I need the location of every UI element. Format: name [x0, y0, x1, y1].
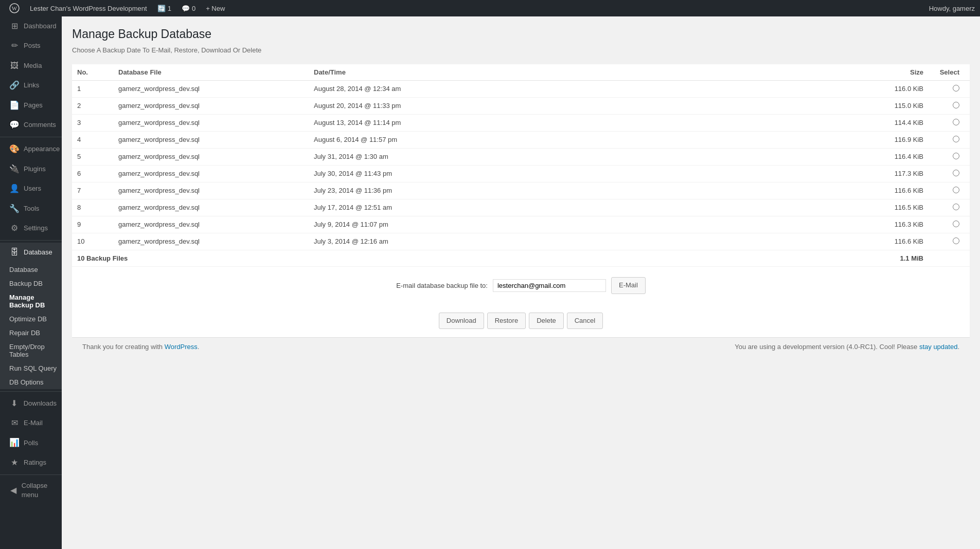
- submenu-item-database[interactable]: Database: [0, 263, 62, 277]
- row-file: gamerz_wordpress_dev.sql: [113, 148, 309, 165]
- sidebar-item-database[interactable]: 🗄 Database: [0, 243, 62, 262]
- row-select[interactable]: [929, 148, 970, 165]
- row-file: gamerz_wordpress_dev.sql: [113, 131, 309, 148]
- select-radio[interactable]: [953, 85, 959, 92]
- restore-button[interactable]: Restore: [487, 313, 526, 330]
- cancel-button[interactable]: Cancel: [567, 313, 603, 330]
- links-icon: 🔗: [9, 80, 20, 91]
- users-icon: 👤: [9, 183, 20, 194]
- row-size: 115.0 KiB: [846, 97, 929, 114]
- table-row: 4 gamerz_wordpress_dev.sql August 6, 201…: [72, 131, 970, 148]
- email-label: E-mail database backup file to:: [396, 282, 488, 289]
- adminbar-site-name[interactable]: Lester Chan's WordPress Development: [26, 0, 151, 16]
- row-no: 8: [72, 199, 113, 216]
- row-datetime: July 3, 2014 @ 12:16 am: [309, 233, 846, 250]
- database-submenu: Database Backup DB Manage Backup DB Opti…: [0, 263, 62, 389]
- select-radio[interactable]: [953, 153, 959, 159]
- submenu-item-repair-db[interactable]: Repair DB: [0, 326, 62, 340]
- adminbar-wp-logo[interactable]: W: [5, 0, 24, 16]
- email-button[interactable]: E-Mail: [611, 277, 646, 294]
- select-radio[interactable]: [953, 170, 959, 176]
- row-file: gamerz_wordpress_dev.sql: [113, 216, 309, 233]
- admin-menu: ⊞ Dashboard ✏ Posts 🖼 Media 🔗 Links 📄 Pa…: [0, 16, 62, 549]
- select-radio[interactable]: [953, 221, 959, 227]
- delete-button[interactable]: Delete: [529, 313, 564, 330]
- sidebar-item-downloads[interactable]: ⬇ Downloads: [0, 394, 62, 413]
- sidebar-item-pages[interactable]: 📄 Pages: [0, 96, 62, 115]
- sidebar-item-posts[interactable]: ✏ Posts: [0, 36, 62, 56]
- col-header-no: No.: [72, 64, 113, 81]
- sidebar-item-collapse[interactable]: ◀ Collapse menu: [0, 477, 62, 504]
- row-file: gamerz_wordpress_dev.sql: [113, 182, 309, 199]
- adminbar-comments[interactable]: 💬 0: [177, 0, 200, 16]
- sidebar-item-dashboard[interactable]: ⊞ Dashboard: [0, 16, 62, 36]
- adminbar-updates[interactable]: 🔄 1: [153, 0, 175, 16]
- sidebar-item-label: Tools: [24, 204, 39, 213]
- sidebar-item-label: Comments: [24, 120, 56, 130]
- row-no: 5: [72, 148, 113, 165]
- sidebar-item-label: Links: [24, 81, 39, 90]
- sidebar-item-label: Collapse menu: [22, 481, 57, 500]
- sidebar-item-links[interactable]: 🔗 Links: [0, 76, 62, 95]
- row-select[interactable]: [929, 182, 970, 199]
- sidebar-item-label: Media: [24, 61, 42, 70]
- col-header-datetime: Date/Time: [309, 64, 846, 81]
- select-radio[interactable]: [953, 187, 959, 193]
- sidebar-item-label: Polls: [24, 438, 38, 448]
- table-row: 5 gamerz_wordpress_dev.sql July 31, 2014…: [72, 148, 970, 165]
- email-input[interactable]: [493, 279, 606, 292]
- row-no: 10: [72, 233, 113, 250]
- dashboard-icon: ⊞: [9, 21, 20, 32]
- comments-icon: 💬: [9, 119, 20, 131]
- footer-right: You are using a development version (4.0…: [735, 343, 959, 351]
- sidebar-item-appearance[interactable]: 🎨 Appearance: [0, 139, 62, 159]
- adminbar-new[interactable]: + New: [202, 0, 229, 16]
- appearance-icon: 🎨: [9, 143, 20, 155]
- row-select[interactable]: [929, 165, 970, 182]
- sidebar-item-comments[interactable]: 💬 Comments: [0, 115, 62, 135]
- row-select[interactable]: [929, 199, 970, 216]
- email-icon: ✉: [9, 417, 20, 429]
- submenu-item-db-options[interactable]: DB Options: [0, 375, 62, 389]
- sidebar-item-label: Posts: [24, 41, 41, 50]
- row-file: gamerz_wordpress_dev.sql: [113, 80, 309, 97]
- submenu-item-manage-backup-db[interactable]: Manage Backup DB: [0, 290, 62, 312]
- select-radio[interactable]: [953, 136, 959, 142]
- row-file: gamerz_wordpress_dev.sql: [113, 114, 309, 131]
- sidebar-item-label: Appearance: [24, 144, 60, 154]
- submenu-item-empty-drop[interactable]: Empty/Drop Tables: [0, 340, 62, 361]
- wordpress-link[interactable]: WordPress: [165, 343, 198, 351]
- row-select[interactable]: [929, 233, 970, 250]
- sidebar-item-email[interactable]: ✉ E-Mail: [0, 413, 62, 433]
- submenu-item-optimize-db[interactable]: Optimize DB: [0, 312, 62, 326]
- select-radio[interactable]: [953, 119, 959, 125]
- submenu-item-run-sql[interactable]: Run SQL Query: [0, 361, 62, 375]
- sidebar-item-label: Users: [24, 184, 41, 193]
- row-select[interactable]: [929, 114, 970, 131]
- row-datetime: July 17, 2014 @ 12:51 am: [309, 199, 846, 216]
- sidebar-item-tools[interactable]: 🔧 Tools: [0, 199, 62, 218]
- stay-updated-link[interactable]: stay updated: [919, 343, 957, 351]
- tools-icon: 🔧: [9, 203, 20, 214]
- submenu-item-backup-db[interactable]: Backup DB: [0, 277, 62, 290]
- select-radio[interactable]: [953, 102, 959, 108]
- sidebar-item-media[interactable]: 🖼 Media: [0, 56, 62, 76]
- table-row: 2 gamerz_wordpress_dev.sql August 20, 20…: [72, 97, 970, 114]
- row-select[interactable]: [929, 97, 970, 114]
- row-size: 116.5 KiB: [846, 199, 929, 216]
- row-select[interactable]: [929, 131, 970, 148]
- sidebar-item-ratings[interactable]: ★ Ratings: [0, 453, 62, 472]
- row-size: 116.4 KiB: [846, 148, 929, 165]
- row-select[interactable]: [929, 80, 970, 97]
- select-radio[interactable]: [953, 204, 959, 210]
- sidebar-item-settings[interactable]: ⚙ Settings: [0, 218, 62, 238]
- sidebar-item-polls[interactable]: 📊 Polls: [0, 433, 62, 452]
- polls-icon: 📊: [9, 437, 20, 448]
- sidebar-item-plugins[interactable]: 🔌 Plugins: [0, 159, 62, 179]
- select-radio[interactable]: [953, 237, 959, 244]
- sidebar-item-users[interactable]: 👤 Users: [0, 179, 62, 198]
- download-button[interactable]: Download: [439, 313, 484, 330]
- row-select[interactable]: [929, 216, 970, 233]
- col-header-select: Select: [929, 64, 970, 81]
- collapse-icon: ◀: [9, 485, 17, 496]
